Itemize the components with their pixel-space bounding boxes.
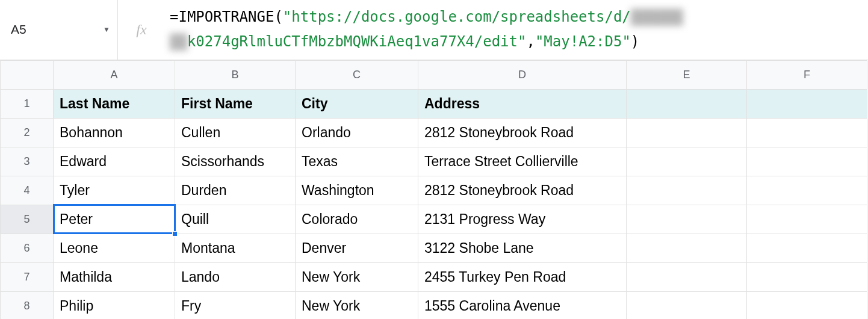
cell-d1[interactable]: Address	[418, 89, 627, 118]
formula-fn: =IMPORTRANGE(	[170, 8, 283, 25]
cell-c7[interactable]: New York	[296, 262, 418, 291]
formula-blur-2: ██	[170, 30, 187, 55]
formula-arg1-part2: k0274gRlmluCTfMbzbMQWKiAeq1va77X4/edit"	[187, 33, 527, 50]
cell-c5[interactable]: Colorado	[296, 205, 418, 234]
cell-a6[interactable]: Leone	[54, 234, 175, 262]
row-header-5[interactable]: 5	[1, 205, 54, 234]
cell-b7[interactable]: Lando	[175, 262, 296, 291]
cell-c6[interactable]: Denver	[296, 234, 418, 262]
cell-f6[interactable]	[747, 234, 867, 262]
formula-suffix: )	[631, 33, 639, 50]
cell-e1[interactable]	[627, 89, 747, 118]
cell-e3[interactable]	[627, 147, 747, 176]
row-header-7[interactable]: 7	[1, 262, 54, 291]
row-header-1[interactable]: 1	[1, 89, 54, 118]
cell-b1[interactable]: First Name	[175, 89, 296, 118]
spreadsheet-grid: A B C D E F 1 Last Name First Name City …	[0, 60, 867, 319]
cell-a7[interactable]: Mathilda	[54, 262, 175, 291]
row-header-6[interactable]: 6	[1, 234, 54, 262]
cell-c3[interactable]: Texas	[296, 147, 418, 176]
cell-c2[interactable]: Orlando	[296, 118, 418, 147]
col-header-c[interactable]: C	[296, 60, 418, 89]
cell-f4[interactable]	[747, 176, 867, 205]
col-header-a[interactable]: A	[54, 60, 175, 89]
cell-c1[interactable]: City	[296, 89, 418, 118]
cell-e4[interactable]	[627, 176, 747, 205]
row-header-3[interactable]: 3	[1, 147, 54, 176]
row-header-4[interactable]: 4	[1, 176, 54, 205]
select-all-corner[interactable]	[1, 60, 54, 89]
cell-f8[interactable]	[747, 291, 867, 319]
cell-d2[interactable]: 2812 Stoneybrook Road	[418, 118, 627, 147]
fx-label: fx	[118, 0, 165, 60]
cell-a3[interactable]: Edward	[54, 147, 175, 176]
cell-f2[interactable]	[747, 118, 867, 147]
cell-e2[interactable]	[627, 118, 747, 147]
cell-b2[interactable]: Cullen	[175, 118, 296, 147]
row-header-2[interactable]: 2	[1, 118, 54, 147]
cell-c4[interactable]: Washington	[296, 176, 418, 205]
formula-arg2: "May!A2:D5"	[535, 33, 631, 50]
cell-a2[interactable]: Bohannon	[54, 118, 175, 147]
cell-d5[interactable]: 2131 Progress Way	[418, 205, 627, 234]
formula-blur-1: ██████	[631, 5, 683, 30]
col-header-e[interactable]: E	[627, 60, 747, 89]
formula-arg1-part1: "https://docs.google.com/spreadsheets/d/	[283, 8, 631, 25]
cell-d7[interactable]: 2455 Turkey Pen Road	[418, 262, 627, 291]
cell-d8[interactable]: 1555 Carolina Avenue	[418, 291, 627, 319]
cell-a8[interactable]: Philip	[54, 291, 175, 319]
col-header-d[interactable]: D	[418, 60, 627, 89]
cell-d6[interactable]: 3122 Shobe Lane	[418, 234, 627, 262]
cell-a5-value: Peter	[60, 211, 93, 227]
cell-f7[interactable]	[747, 262, 867, 291]
selection-handle[interactable]	[172, 231, 178, 237]
cell-b4[interactable]: Durden	[175, 176, 296, 205]
cell-a4[interactable]: Tyler	[54, 176, 175, 205]
cell-e6[interactable]	[627, 234, 747, 262]
cell-d4[interactable]: 2812 Stoneybrook Road	[418, 176, 627, 205]
cell-a1[interactable]: Last Name	[54, 89, 175, 118]
cell-b5[interactable]: Quill	[175, 205, 296, 234]
cell-b3[interactable]: Scissorhands	[175, 147, 296, 176]
formula-input[interactable]: =IMPORTRANGE("https://docs.google.com/sp…	[165, 0, 868, 60]
cell-f1[interactable]	[747, 89, 867, 118]
cell-e5[interactable]	[627, 205, 747, 234]
col-header-b[interactable]: B	[175, 60, 296, 89]
row-header-8[interactable]: 8	[1, 291, 54, 319]
cell-c8[interactable]: New York	[296, 291, 418, 319]
cell-e7[interactable]	[627, 262, 747, 291]
cell-f5[interactable]	[747, 205, 867, 234]
formula-sep: ,	[526, 33, 535, 50]
col-header-f[interactable]: F	[747, 60, 867, 89]
cell-reference-dropdown-icon[interactable]: ▼	[103, 25, 110, 34]
cell-e8[interactable]	[627, 291, 747, 319]
cell-reference-text: A5	[11, 22, 103, 37]
cell-d3[interactable]: Terrace Street Collierville	[418, 147, 627, 176]
cell-reference-box[interactable]: A5 ▼	[0, 0, 118, 60]
formula-bar: A5 ▼ fx =IMPORTRANGE("https://docs.googl…	[0, 0, 868, 60]
cell-b8[interactable]: Fry	[175, 291, 296, 319]
cell-f3[interactable]	[747, 147, 867, 176]
cell-b6[interactable]: Montana	[175, 234, 296, 262]
cell-a5[interactable]: Peter	[54, 205, 175, 234]
